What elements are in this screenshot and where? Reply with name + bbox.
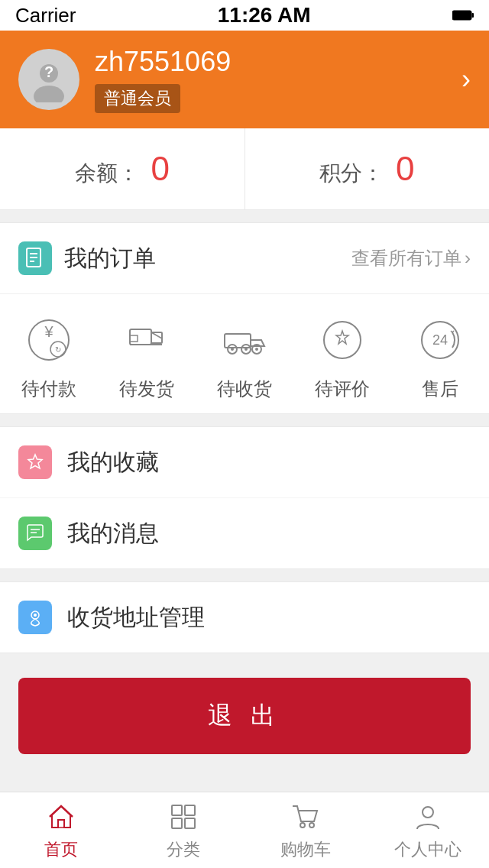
messages-label: 我的消息	[67, 518, 159, 549]
time-label: 11:26 AM	[218, 3, 311, 28]
star-icon	[25, 452, 45, 472]
order-item-receive[interactable]: 待收货	[196, 313, 293, 401]
svg-text:?: ?	[44, 63, 53, 80]
nav-label-cart: 购物车	[280, 838, 331, 861]
view-all-link[interactable]: 查看所有订单 ›	[351, 246, 471, 270]
avatar-image: ?	[26, 57, 72, 102]
balance-value: 0	[151, 150, 169, 187]
username-label: zh7551069	[95, 46, 461, 78]
nav-item-category[interactable]: 分类	[122, 792, 244, 868]
address-icon-wrap	[18, 601, 52, 634]
order-label-review: 待评价	[315, 377, 370, 401]
profile-arrow[interactable]: ›	[461, 63, 471, 96]
svg-point-25	[324, 322, 361, 358]
message-icon	[25, 523, 45, 543]
profile-header[interactable]: ? zh7551069 普通会员 ›	[0, 31, 489, 128]
address-item[interactable]: 收货地址管理	[0, 582, 489, 653]
balance-row: 余额： 0 积分： 0	[0, 128, 489, 210]
points-label: 积分：	[319, 161, 384, 185]
orders-header-icon	[18, 241, 52, 275]
address-label: 收货地址管理	[67, 602, 205, 633]
svg-rect-34	[185, 805, 195, 815]
ship-icon	[124, 317, 170, 363]
svg-text:24: 24	[432, 332, 448, 348]
pay-icon: ¥ ↻	[26, 317, 72, 363]
section-gap-2	[0, 414, 489, 426]
nav-label-category: 分类	[167, 838, 200, 861]
message-icon-wrap	[18, 517, 52, 550]
balance-item[interactable]: 余额： 0	[0, 128, 245, 209]
nav-label-profile: 个人中心	[394, 838, 461, 861]
svg-point-37	[300, 823, 305, 828]
nav-item-profile[interactable]: 个人中心	[367, 792, 489, 868]
points-value: 0	[396, 150, 414, 187]
battery-icon	[452, 10, 474, 21]
nav-item-home[interactable]: 首页	[0, 792, 122, 868]
orders-title: 我的订单	[64, 243, 351, 274]
profile-info: zh7551069 普通会员	[95, 46, 461, 113]
svg-point-23	[244, 348, 248, 351]
service-icon: 24	[417, 317, 463, 363]
svg-point-22	[231, 348, 234, 351]
order-label-pay: 待付款	[21, 377, 76, 401]
svg-point-31	[34, 614, 37, 617]
svg-text:↻: ↻	[55, 345, 61, 354]
svg-rect-35	[172, 818, 182, 828]
orders-header[interactable]: 我的订单 查看所有订单 ›	[0, 223, 489, 294]
favorites-messages-section: 我的收藏 我的消息	[0, 426, 489, 569]
order-item-service[interactable]: 24 售后	[391, 313, 489, 401]
carrier-label: Carrier	[15, 4, 76, 28]
balance-label: 余额：	[75, 161, 139, 185]
orders-section: 我的订单 查看所有订单 › ¥ ↻ 待付款	[0, 222, 489, 414]
svg-point-39	[423, 807, 433, 818]
svg-rect-13	[130, 329, 151, 345]
svg-rect-36	[185, 818, 195, 828]
points-item[interactable]: 积分： 0	[245, 128, 490, 209]
review-icon	[319, 317, 365, 363]
nav-label-home: 首页	[44, 838, 78, 861]
messages-item[interactable]: 我的消息	[0, 498, 489, 568]
cart-icon	[291, 803, 320, 831]
svg-text:¥: ¥	[44, 323, 53, 340]
svg-point-3	[34, 86, 64, 102]
svg-point-24	[255, 348, 258, 351]
logout-button[interactable]: 退 出	[18, 678, 471, 754]
star-icon-wrap	[18, 445, 52, 479]
svg-rect-32	[58, 820, 64, 828]
orders-icons-row: ¥ ↻ 待付款 待发货	[0, 294, 489, 413]
avatar: ?	[18, 49, 79, 110]
order-item-review[interactable]: 待评价	[293, 313, 391, 401]
svg-line-15	[151, 332, 162, 338]
member-badge: 普通会员	[95, 84, 180, 113]
bottom-nav: 首页 分类 购物车	[0, 792, 489, 868]
order-item-pay[interactable]: ¥ ↻ 待付款	[0, 313, 98, 401]
order-label-receive: 待收货	[217, 377, 272, 401]
status-bar: Carrier 11:26 AM	[0, 0, 489, 31]
delivery-icon	[222, 317, 267, 363]
category-icon	[170, 803, 197, 831]
svg-point-38	[309, 823, 314, 828]
nav-item-cart[interactable]: 购物车	[244, 792, 367, 868]
favorites-item[interactable]: 我的收藏	[0, 427, 489, 498]
order-label-service: 售后	[422, 377, 458, 401]
svg-rect-0	[452, 11, 471, 20]
svg-rect-17	[130, 335, 138, 342]
address-icon	[25, 607, 45, 627]
order-doc-icon	[24, 248, 46, 269]
address-section: 收货地址管理	[0, 581, 489, 653]
home-icon	[47, 803, 76, 831]
order-label-ship: 待发货	[119, 377, 174, 401]
section-gap-1	[0, 210, 489, 222]
svg-rect-33	[172, 805, 182, 815]
svg-rect-1	[471, 13, 474, 18]
order-item-ship[interactable]: 待发货	[98, 313, 196, 401]
favorites-label: 我的收藏	[67, 447, 159, 478]
profile-nav-icon	[414, 803, 442, 831]
status-icons	[452, 10, 474, 21]
